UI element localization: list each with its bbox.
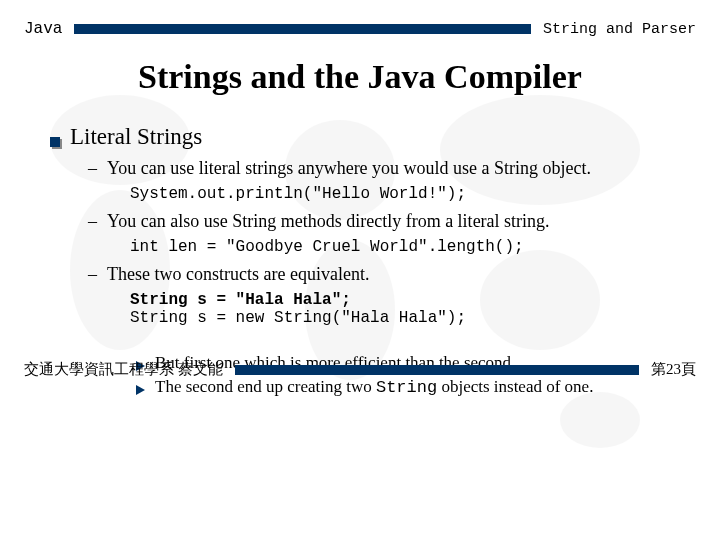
svg-point-6 [560, 392, 640, 448]
code-snippet: int len = "Goodbye Cruel World".length()… [130, 238, 670, 256]
slide-title: Strings and the Java Compiler [0, 58, 720, 96]
header-left-text: Java [24, 20, 62, 38]
dash-bullet-icon: – [88, 158, 97, 179]
bullet-point: – You can use literal strings anywhere y… [88, 158, 670, 179]
slide-header: Java String and Parser [0, 0, 720, 38]
section-heading-row: Literal Strings [50, 124, 670, 150]
dash-bullet-icon: – [88, 211, 97, 232]
code-snippet: System.out.println("Hello World!"); [130, 185, 670, 203]
code-snippet: String s = "Hala Hala"; String s = new S… [130, 291, 670, 327]
sub-bullet: The second end up creating two String ob… [136, 377, 670, 397]
footer-left-text: 交通大學資訊工程學系 蔡文能 [24, 360, 223, 379]
dash-bullet-icon: – [88, 264, 97, 285]
triangle-bullet-icon [136, 385, 145, 395]
square-bullet-icon [50, 137, 60, 147]
code-line: String s = new String("Hala Hala"); [130, 309, 466, 327]
bullet-text: You can use literal strings anywhere you… [107, 158, 591, 179]
footer-rule [235, 365, 639, 375]
code-line-bold: String s = "Hala Hala"; [130, 291, 351, 309]
bullet-text: You can also use String methods directly… [107, 211, 550, 232]
sub-bullet-text: The second end up creating two String ob… [155, 377, 593, 397]
slide-body: Literal Strings – You can use literal st… [0, 96, 720, 397]
section-heading: Literal Strings [70, 124, 202, 150]
footer-page-number: 第23頁 [651, 360, 696, 379]
bullet-point: – These two constructs are equivalent. [88, 264, 670, 285]
slide-footer: 交通大學資訊工程學系 蔡文能 第23頁 [0, 360, 720, 379]
bullet-point: – You can also use String methods direct… [88, 211, 670, 232]
header-right-text: String and Parser [543, 21, 696, 38]
header-rule [74, 24, 531, 34]
bullet-text: These two constructs are equivalent. [107, 264, 369, 285]
